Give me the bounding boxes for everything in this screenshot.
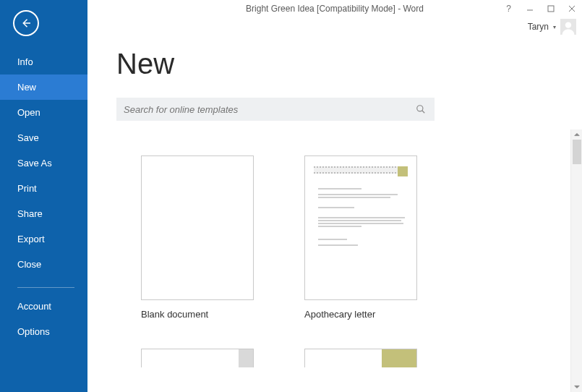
nav-item-close[interactable]: Close [0,252,87,277]
user-row: Taryn ▾ [87,17,582,36]
scroll-thumb[interactable] [573,140,581,164]
minimize-icon [526,5,534,12]
minimize-button[interactable] [519,0,540,17]
help-icon: ? [506,4,511,14]
chevron-up-icon [574,132,580,137]
nav-item-account[interactable]: Account [0,294,87,319]
user-name[interactable]: Taryn [528,22,549,32]
search-icon [416,104,426,114]
nav-item-open[interactable]: Open [0,100,87,125]
nav-item-options[interactable]: Options [0,319,87,344]
svg-line-6 [422,111,425,114]
title-bar: Bright Green Idea [Compatibility Mode] -… [87,0,582,17]
maximize-button[interactable] [540,0,561,17]
search-button[interactable] [413,101,429,117]
scroll-down-button[interactable] [571,382,583,392]
svg-point-5 [417,106,423,111]
maximize-icon [547,5,555,12]
page-title: New [116,48,582,80]
template-thumbnail [304,155,417,300]
backstage-sidebar: Info New Open Save Save As Print Share E… [0,0,87,392]
template-thumbnail [141,349,254,367]
svg-rect-1 [548,6,554,12]
arrow-left-icon [20,17,33,30]
avatar[interactable] [560,19,576,35]
svg-point-4 [565,22,571,28]
template-item-partial[interactable] [304,349,417,367]
user-menu-caret[interactable]: ▾ [553,24,556,30]
search-input[interactable] [124,104,413,115]
scroll-up-button[interactable] [571,129,583,140]
template-item-partial[interactable] [141,349,254,367]
nav-item-save[interactable]: Save [0,125,87,150]
nav-item-export[interactable]: Export [0,226,87,252]
template-apothecary-letter[interactable]: Apothecary letter [304,155,417,320]
template-thumbnail [141,155,254,300]
chevron-down-icon [574,384,580,390]
close-window-button[interactable] [561,0,582,17]
main-panel: New Blank document [87,36,582,392]
vertical-scrollbar[interactable] [570,129,582,392]
template-gallery: Blank document [116,129,570,392]
template-thumbnail [304,349,417,367]
template-blank-document[interactable]: Blank document [141,155,254,320]
window-title: Bright Green Idea [Compatibility Mode] -… [246,4,424,14]
person-icon [561,20,575,35]
nav-item-new[interactable]: New [0,74,87,100]
template-label: Blank document [141,309,254,320]
nav-item-print[interactable]: Print [0,176,87,201]
close-icon [568,5,575,12]
nav-item-info[interactable]: Info [0,49,87,74]
help-button[interactable]: ? [498,0,519,17]
nav-list: Info New Open Save Save As Print Share E… [0,49,87,344]
back-button[interactable] [13,10,39,36]
scroll-track[interactable] [571,140,583,382]
template-label: Apothecary letter [304,309,417,320]
nav-separator [17,287,74,288]
nav-item-save-as[interactable]: Save As [0,150,87,176]
nav-item-share[interactable]: Share [0,201,87,226]
template-search [116,98,435,121]
